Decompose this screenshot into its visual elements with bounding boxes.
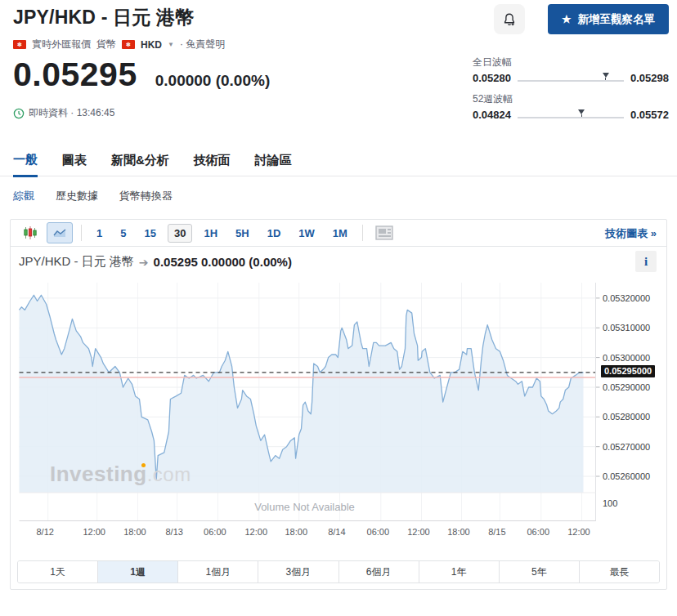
x-axis-label: 06:00 [367, 527, 390, 537]
timeframe-button[interactable]: 5 [114, 224, 132, 243]
x-axis-label: 18:00 [447, 527, 470, 537]
hk-flag-icon: ✽ [13, 40, 26, 49]
x-axis-label: 06:00 [204, 527, 226, 537]
main-tab-item[interactable]: 討論區 [255, 153, 292, 176]
x-axis-label: 18:00 [285, 527, 307, 537]
main-tab-item[interactable]: 技術面 [194, 153, 231, 176]
x-axis-label: 8/14 [328, 527, 345, 537]
daily-high: 0.05298 [630, 72, 669, 84]
current-price-label: 0.05295000 [601, 365, 655, 377]
x-axis-label: 18:00 [123, 527, 146, 537]
52wk-range-slider [518, 109, 624, 121]
line-chart-icon [53, 228, 67, 238]
x-axis-label: 12:00 [407, 527, 430, 537]
x-axis-label: 12:00 [83, 527, 105, 537]
realtime-timestamp: 即時資料 · 13:46:45 [29, 106, 114, 120]
period-button[interactable]: 1年 [419, 561, 500, 583]
period-button[interactable]: 6個月 [339, 561, 419, 583]
timeframe-button[interactable]: 15 [137, 224, 162, 243]
candlestick-chart-button[interactable] [17, 222, 43, 243]
range-marker-icon [603, 73, 609, 78]
timeframe-button[interactable]: 1 [90, 224, 109, 243]
main-tab-item[interactable]: 一般 [13, 152, 38, 177]
period-button[interactable]: 5年 [500, 561, 580, 583]
y-axis-label: 0.05270000 [603, 442, 650, 452]
timeframe-button[interactable]: 1W [292, 224, 321, 243]
clock-icon [13, 108, 25, 119]
divider [81, 225, 82, 241]
daily-low: 0.05280 [473, 72, 511, 84]
chart-instrument: JPY/HKD - 日元 港幣 [19, 254, 134, 270]
main-tabs: 一般圖表新聞&分析技術面討論區 [0, 150, 677, 176]
info-button[interactable]: i [635, 251, 657, 272]
price-chart[interactable]: 0.053200000.053100000.053000000.05290000… [11, 283, 666, 560]
candlestick-icon [23, 225, 38, 240]
range-panel: 全日波幅 0.05280 0.05298 52週波幅 0.04824 0.055… [473, 56, 669, 129]
arrow-right-icon: ➔ [139, 256, 149, 269]
y-axis-label: 0.05280000 [603, 412, 650, 422]
period-buttons: 1天1週1個月3個月6個月1年5年最長 [17, 560, 660, 583]
breadcrumb-realtime[interactable]: 實時外匯報價 [32, 38, 91, 51]
last-price: 0.05295 [13, 56, 137, 94]
sub-tab-item[interactable]: 綜觀 [13, 189, 34, 203]
chevron-down-icon[interactable]: ▼ [168, 41, 174, 48]
period-button[interactable]: 最長 [580, 561, 659, 583]
investing-watermark: Investing.com [50, 462, 191, 487]
period-button[interactable]: 1週 [98, 561, 178, 583]
hk-flag-icon: ✽ [122, 40, 135, 49]
alert-bell-button[interactable] [494, 4, 525, 34]
period-button[interactable]: 1個月 [178, 561, 258, 583]
daily-range: 0.05280 0.05298 [473, 72, 669, 84]
range-marker-icon [578, 109, 585, 114]
y-axis-label: 0.05290000 [603, 382, 650, 392]
period-button[interactable]: 3個月 [258, 561, 338, 583]
daily-range-label: 全日波幅 [473, 56, 669, 69]
watermark-orange-dot-icon [141, 463, 146, 467]
x-axis-label: 12:00 [567, 527, 590, 537]
technical-chart-link[interactable]: 技術圖表 » [605, 226, 657, 241]
y-axis-label: 0.05300000 [603, 353, 650, 363]
52wk-low: 0.04824 [473, 109, 511, 121]
star-icon: ★ [562, 13, 572, 25]
breadcrumb-currency[interactable]: 貨幣 [96, 38, 116, 51]
x-axis-label: 06:00 [527, 527, 549, 537]
timeframe-button[interactable]: 5H [229, 224, 256, 243]
page: JPY/HKD - 日元 港幣 ✽ 實時外匯報價 貨幣 ✽ HKD ▼ · 免責… [0, 0, 677, 616]
52wk-range: 0.04824 0.05572 [473, 109, 669, 121]
price-change: 0.00000 (0.00%) [155, 72, 271, 90]
line-chart-button[interactable] [47, 222, 73, 243]
pair-code[interactable]: HKD [141, 39, 162, 51]
main-tabs-bar: 一般圖表新聞&分析技術面討論區 [0, 150, 677, 176]
page-title: JPY/HKD - 日元 港幣 [13, 5, 195, 30]
x-axis-label: 8/13 [165, 527, 182, 537]
x-axis-label: 8/12 [36, 527, 53, 537]
timeframe-button[interactable]: 1H [197, 224, 224, 243]
x-axis-label: 8/15 [488, 527, 505, 537]
news-layout-icon [375, 225, 393, 240]
disclaimer-link[interactable]: · 免責聲明 [180, 38, 225, 51]
news-overlay-button[interactable] [371, 222, 397, 243]
timeframe-group: 1515301H5H1D1W1M [90, 224, 354, 243]
chart-toolbar: 1515301H5H1D1W1M 技術圖表 » [11, 220, 666, 247]
sub-tab-item[interactable]: 歷史數據 [56, 189, 98, 203]
period-button[interactable]: 1天 [18, 561, 98, 583]
y-axis-label: 0.05260000 [603, 471, 650, 481]
bell-plus-icon [502, 12, 517, 27]
timeframe-button[interactable]: 1D [261, 224, 288, 243]
sub-tab-item[interactable]: 貨幣轉換器 [119, 189, 173, 203]
volume-axis-label: 100 [603, 498, 617, 508]
add-watchlist-button[interactable]: ★ 新增至觀察名單 [548, 4, 669, 34]
main-tab-item[interactable]: 圖表 [62, 153, 87, 176]
quote-row: 0.05295 0.00000 (0.00%) [13, 56, 270, 94]
y-axis-label: 0.05310000 [603, 323, 650, 333]
y-axis-label: 0.05320000 [603, 293, 650, 303]
divider [362, 225, 363, 241]
daily-range-slider [518, 73, 624, 84]
timeframe-button[interactable]: 1M [326, 224, 354, 243]
main-tab-item[interactable]: 新聞&分析 [111, 153, 169, 176]
52wk-high: 0.05572 [630, 109, 669, 121]
add-watchlist-label: 新增至觀察名單 [578, 12, 656, 27]
volume-note: Volume Not Available [16, 501, 593, 513]
chart-title-row: JPY/HKD - 日元 港幣 ➔ 0.05295 0.00000 (0.00%… [19, 254, 292, 270]
timeframe-button[interactable]: 30 [168, 224, 192, 243]
